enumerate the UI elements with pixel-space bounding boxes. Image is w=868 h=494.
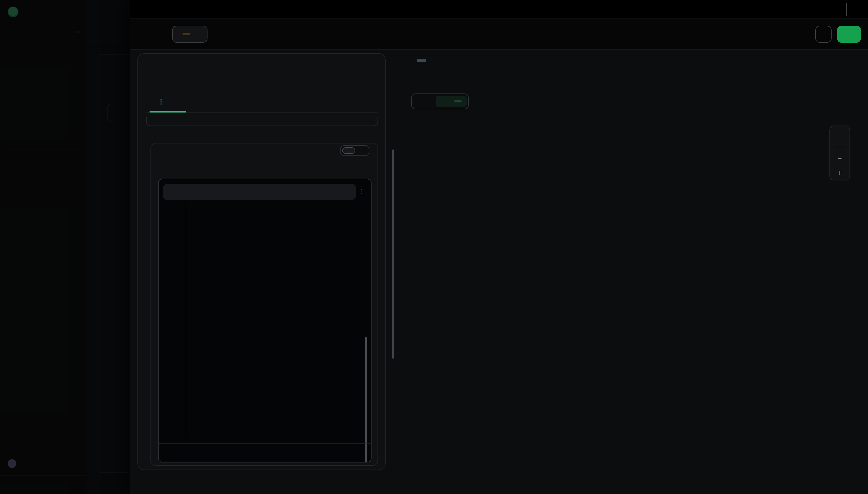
app-root: ⋮ <box>0 0 868 494</box>
new-badge <box>454 100 462 102</box>
zoom-out-button[interactable]: − <box>837 156 842 162</box>
map-controls: − + <box>829 126 850 180</box>
applying-badge <box>182 33 190 35</box>
selector-stub <box>146 117 378 126</box>
config-mode-toggle <box>340 145 369 156</box>
view-difference-button[interactable] <box>815 26 832 43</box>
preview-view-toggle <box>411 94 469 109</box>
mode-upload-yaml[interactable] <box>355 148 367 153</box>
controls-divider <box>834 147 845 147</box>
editor-gutter-line <box>186 204 186 439</box>
modal-top-strip <box>130 0 868 19</box>
agent-list-toggle[interactable] <box>413 96 433 107</box>
version-dropdown[interactable] <box>172 26 208 43</box>
zoom-in-button[interactable]: + <box>837 170 842 175</box>
save-button[interactable] <box>837 26 861 43</box>
search-icon <box>169 189 175 195</box>
close-icon[interactable] <box>853 4 863 14</box>
configuration-card: ⋮ <box>151 143 378 466</box>
preview-agent-badge <box>417 59 427 62</box>
chevron-down-icon <box>195 31 201 38</box>
active-tab-indicator <box>150 111 186 113</box>
config-map-icon <box>440 98 448 105</box>
configuration-map-toggle[interactable] <box>436 96 467 107</box>
tab-agent-menu-icon[interactable]: ⋮ <box>158 98 164 106</box>
editor-search-input[interactable] <box>163 184 356 200</box>
warning-icon <box>165 450 172 456</box>
edit-configuration-modal: ⋮ <box>130 0 868 494</box>
tab-agent[interactable]: ⋮ <box>155 98 164 106</box>
expand-preview-icon[interactable] <box>848 62 858 71</box>
recenter-icon[interactable] <box>836 130 844 138</box>
mode-manually[interactable] <box>342 147 355 154</box>
modal-body: ⋮ <box>130 50 868 494</box>
list-icon <box>418 98 425 105</box>
modal-header <box>130 19 868 50</box>
fullscreen-icon[interactable] <box>833 4 843 14</box>
strip-divider <box>846 3 847 16</box>
warning-bar[interactable] <box>159 443 371 462</box>
panel-scrollbar[interactable] <box>392 149 394 359</box>
yaml-editor[interactable]: ⋮ <box>158 179 372 462</box>
configuration-family-card: ⋮ <box>137 53 386 470</box>
editor-menu-icon[interactable]: ⋮ <box>356 188 367 195</box>
